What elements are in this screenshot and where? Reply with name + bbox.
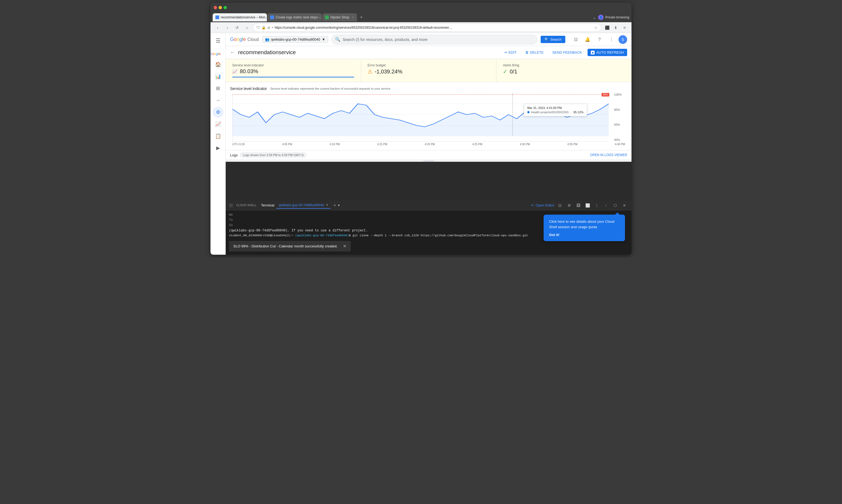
- x-label-410: 4:10 PM: [330, 143, 340, 146]
- gc-logo-g: G: [230, 37, 234, 42]
- got-it-button[interactable]: Got it!: [549, 233, 559, 237]
- logo-o1: o: [212, 52, 214, 56]
- sidebar-item-traffic[interactable]: →: [213, 95, 224, 106]
- help-icon[interactable]: ?: [595, 35, 604, 44]
- url-bar[interactable]: 🛡 🔒 ⇄ • https://console.cloud.google.com…: [253, 23, 601, 32]
- feedback-label: SEND FEEDBACK: [552, 50, 582, 54]
- url-text: https://console.cloud.google.com/monitor…: [275, 26, 592, 30]
- sidebar-item-metrics[interactable]: 📈: [213, 119, 224, 129]
- tab-close-3[interactable]: ✕: [352, 16, 354, 19]
- chart-icon: 📊: [215, 73, 221, 79]
- toast-message: SLO 99% - Distribution Cut - Calendar mo…: [233, 244, 338, 248]
- tab-hipster-shop[interactable]: Hipster Shop ✕: [322, 13, 357, 21]
- open-editor-button[interactable]: ✏ Open Editor: [531, 203, 554, 207]
- add-tab-icon[interactable]: +: [334, 203, 336, 208]
- downloads-icon[interactable]: ⬇: [612, 24, 620, 32]
- sidebar-menu-button[interactable]: ☰: [213, 35, 224, 46]
- shell-expand-icon[interactable]: ↑: [602, 202, 610, 209]
- y-label-40: 40%: [614, 138, 622, 141]
- shell-tab-close[interactable]: ✕: [326, 203, 328, 207]
- chart-x-labels: UTC+5:30 4:05 PM 4:10 PM 4:15 PM 4:20 PM…: [230, 143, 627, 146]
- sidebar-item-chart[interactable]: 📊: [213, 71, 224, 82]
- private-browsing-label: Private browsing: [605, 15, 629, 19]
- tabs-bar: recommendationservice – Mon… ✕ Create lo…: [210, 13, 632, 22]
- tab-recommendationservice[interactable]: recommendationservice – Mon… ✕: [213, 13, 267, 21]
- back-nav-button[interactable]: ‹: [214, 24, 221, 32]
- browser-menu-icon[interactable]: ≡: [621, 24, 628, 32]
- more-options-icon[interactable]: ⋮: [606, 35, 616, 44]
- terminal-icon[interactable]: ⊡: [571, 35, 581, 44]
- feedback-button[interactable]: SEND FEEDBACK: [549, 49, 585, 56]
- x-label-420: 4:20 PM: [425, 143, 435, 146]
- cloud-shell-header: ⬛ CLOUD SHELL Terminal qwiklabs-gcp-00-7…: [226, 200, 632, 210]
- shell-external-icon[interactable]: ⬡: [612, 202, 619, 209]
- traffic-lights: [214, 6, 227, 9]
- extensions-icon[interactable]: ⬛: [603, 24, 611, 32]
- grid-icon: ⊞: [216, 85, 220, 91]
- shell-split-icon[interactable]: ⬜: [584, 202, 591, 209]
- maximize-button[interactable]: [224, 6, 227, 9]
- sidebar-item-services[interactable]: ⚙: [213, 107, 224, 118]
- edit-button[interactable]: ✏ EDIT: [501, 49, 520, 56]
- tabs-right-actions: ⌄ 👤 Private browsing: [592, 15, 629, 20]
- error-budget-text: -1,039.24%: [375, 69, 402, 75]
- notifications-icon[interactable]: 🔔: [583, 35, 592, 44]
- shell-preview-icon[interactable]: 🖼: [574, 202, 582, 209]
- y-label-80: 80%: [614, 108, 622, 111]
- cloud-shell-label: CLOUD SHELL: [236, 204, 257, 207]
- forward-nav-button[interactable]: ›: [224, 24, 231, 32]
- tab-favicon-1: [216, 15, 219, 19]
- chart-subtitle: Service level indicator represents the c…: [270, 87, 390, 90]
- sidebar-item-logs[interactable]: 📋: [213, 131, 224, 141]
- toast-notification: SLO 99% - Distribution Cut - Calendar mo…: [229, 241, 351, 251]
- minimize-button[interactable]: [219, 6, 222, 9]
- shell-add-tab[interactable]: + ▼: [334, 203, 340, 208]
- user-avatar[interactable]: S: [618, 35, 627, 44]
- reload-button[interactable]: ↺: [233, 24, 241, 32]
- shell-close-icon[interactable]: ✕: [621, 202, 628, 209]
- auto-refresh-button[interactable]: ■ AUTO REFRESH: [587, 49, 627, 56]
- toast-close-button[interactable]: ✕: [343, 244, 346, 249]
- metric-alerts: Alerts firing ✓ 0/1: [496, 59, 632, 82]
- delete-label: DELETE: [530, 50, 544, 54]
- shell-gear-icon[interactable]: ⚙: [565, 202, 573, 209]
- sidebar-item-home[interactable]: 🏠: [213, 59, 224, 70]
- sidebar-item-grid[interactable]: ⊞: [213, 83, 224, 94]
- bookmark-icon[interactable]: ☆: [594, 25, 598, 30]
- gc-logo-sidebar[interactable]: Google: [210, 49, 229, 58]
- chart-tooltip: Mar 31, 2023, 4:41:00 PM Health projects…: [524, 104, 587, 116]
- close-button[interactable]: [214, 6, 217, 9]
- search-button[interactable]: 🔍 Search: [540, 36, 565, 43]
- shell-settings-icon[interactable]: ⊡: [556, 202, 564, 209]
- sidebar-item-expand[interactable]: ▶: [213, 143, 224, 154]
- y-label-60: 60%: [614, 123, 622, 126]
- shell-more-icon[interactable]: ⋮: [593, 202, 601, 209]
- editor-icon: ✏: [531, 203, 534, 207]
- new-tab-button[interactable]: +: [358, 14, 365, 21]
- open-editor-label: Open Editor: [536, 203, 554, 207]
- logs-section: Logs Logs shown from 3:59 PM to 4:59 PM …: [226, 150, 632, 160]
- expand-icon: ▶: [216, 145, 220, 151]
- main-content: Service level indicator 📈 80.03% Error b…: [226, 59, 632, 200]
- chart-header: Service level indicator Service level in…: [230, 87, 627, 91]
- home-icon: 🏠: [215, 61, 221, 68]
- search-bar[interactable]: 🔍 Search (/) for resources, docs, produc…: [331, 35, 537, 44]
- open-logs-button[interactable]: OPEN IN LOGS VIEWER: [590, 153, 627, 157]
- chart-container[interactable]: 99% 100% 80% 60% 40% Mar 31, 2023, 4:41:…: [232, 93, 609, 142]
- home-button[interactable]: ⌂: [243, 24, 251, 32]
- add-tab-dropdown[interactable]: ▼: [337, 203, 340, 207]
- traffic-icon: →: [216, 97, 221, 103]
- metrics-row: Service level indicator 📈 80.03% Error b…: [226, 59, 632, 82]
- back-button[interactable]: ←: [230, 50, 235, 55]
- shell-action-buttons: ✏ Open Editor ⊡ ⚙ 🖼 ⬜ ⋮ ↑ ⬡ ✕: [531, 202, 628, 209]
- chart-99-badge: 99%: [602, 93, 609, 96]
- cloud-shell-tab[interactable]: qwiklabs-gcp-00-74d8fea90040 ✕: [276, 202, 330, 209]
- tab-logs-metric[interactable]: Create logs metric next steps –… ✕: [268, 13, 322, 21]
- tabs-overflow-icon[interactable]: ⌄: [592, 15, 596, 20]
- page-actions: ✏ EDIT 🗑 DELETE SEND FEEDBACK ■ AUTO REF…: [501, 49, 627, 56]
- delete-button[interactable]: 🗑 DELETE: [522, 49, 547, 56]
- metric-alerts-label: Alerts firing: [503, 64, 625, 67]
- sli-value-text: 80.03%: [240, 68, 258, 74]
- project-selector[interactable]: 👥 qwiklabs-gcp-00-74d8fea90040 ▼: [262, 36, 328, 43]
- gc-logo-g2: g: [239, 37, 242, 42]
